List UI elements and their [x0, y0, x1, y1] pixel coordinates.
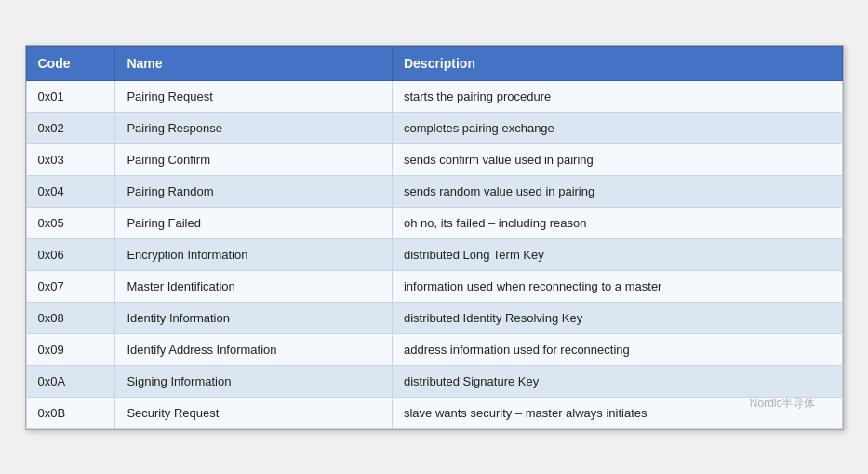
cell-description: completes pairing exchange — [392, 112, 842, 143]
cell-description: oh no, its failed – including reason — [392, 207, 842, 238]
cell-description: sends random value used in pairing — [392, 175, 842, 207]
cell-name: Pairing Failed — [115, 207, 393, 238]
data-table: Code Name Description 0x01Pairing Reques… — [26, 46, 843, 429]
table-row: 0x0ASigning Informationdistributed Signa… — [26, 365, 842, 397]
cell-description: starts the pairing procedure — [392, 80, 842, 112]
table-row: 0x04Pairing Randomsends random value use… — [26, 175, 842, 207]
cell-name: Identify Address Information — [115, 333, 393, 365]
cell-name: Security Request — [115, 397, 393, 428]
table-row: 0x08Identity Informationdistributed Iden… — [26, 302, 842, 333]
cell-code: 0x0B — [26, 397, 115, 428]
cell-description: distributed Signature Key — [392, 365, 842, 397]
cell-code: 0x04 — [26, 175, 115, 207]
cell-code: 0x0A — [26, 365, 115, 397]
table-row: 0x01Pairing Requeststarts the pairing pr… — [26, 80, 842, 112]
table-container: Code Name Description 0x01Pairing Reques… — [25, 45, 844, 430]
cell-name: Pairing Request — [115, 80, 393, 112]
cell-code: 0x07 — [26, 270, 115, 302]
cell-description: information used when reconnecting to a … — [392, 270, 842, 302]
cell-description: slave wants security – master always ini… — [392, 397, 842, 428]
cell-code: 0x09 — [26, 333, 115, 365]
col-header-name: Name — [115, 46, 393, 80]
cell-name: Pairing Random — [115, 175, 393, 207]
cell-name: Signing Information — [115, 365, 393, 397]
cell-code: 0x02 — [26, 112, 115, 143]
cell-code: 0x01 — [26, 80, 115, 112]
table-row: 0x05Pairing Failedoh no, its failed – in… — [26, 207, 842, 238]
table-header: Code Name Description — [26, 46, 842, 80]
cell-code: 0x05 — [26, 207, 115, 238]
cell-description: distributed Long Term Key — [392, 238, 842, 270]
table-row: 0x07Master Identificationinformation use… — [26, 270, 842, 302]
cell-description: distributed Identity Resolving Key — [392, 302, 842, 333]
table-row: 0x09Identify Address Informationaddress … — [26, 333, 842, 365]
col-header-code: Code — [26, 46, 115, 80]
table-row: 0x03Pairing Confirmsends confirm value u… — [26, 143, 842, 175]
cell-name: Encryption Information — [115, 238, 393, 270]
table-row: 0x0BSecurity Requestslave wants security… — [26, 397, 842, 428]
col-header-description: Description — [392, 46, 842, 80]
cell-code: 0x03 — [26, 143, 115, 175]
table-body: 0x01Pairing Requeststarts the pairing pr… — [26, 80, 842, 428]
cell-name: Identity Information — [115, 302, 393, 333]
table-row: 0x06Encryption Informationdistributed Lo… — [26, 238, 842, 270]
main-table-wrapper: Code Name Description 0x01Pairing Reques… — [25, 45, 844, 430]
table-row: 0x02Pairing Responsecompletes pairing ex… — [26, 112, 842, 143]
cell-description: sends confirm value used in pairing — [392, 143, 842, 175]
header-row: Code Name Description — [26, 46, 842, 80]
cell-code: 0x06 — [26, 238, 115, 270]
cell-description: address information used for reconnectin… — [392, 333, 842, 365]
cell-name: Pairing Response — [115, 112, 393, 143]
cell-name: Pairing Confirm — [115, 143, 393, 175]
cell-name: Master Identification — [115, 270, 393, 302]
cell-code: 0x08 — [26, 302, 115, 333]
